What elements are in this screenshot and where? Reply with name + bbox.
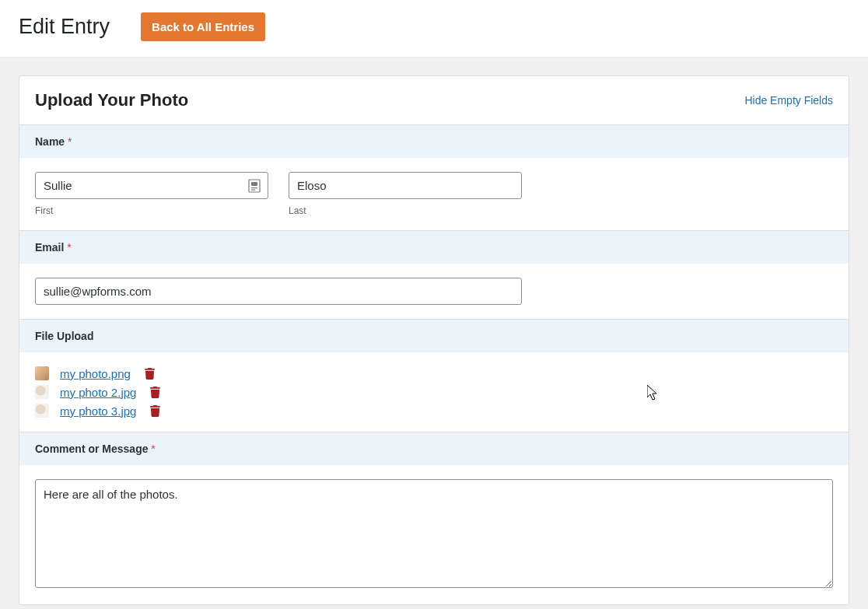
- name-label-text: Name: [35, 135, 65, 148]
- comment-textarea[interactable]: [35, 479, 833, 588]
- file-link[interactable]: my photo.png: [60, 367, 131, 380]
- file-row: my photo.png: [35, 366, 833, 380]
- required-asterisk: *: [65, 135, 72, 148]
- delete-file-button[interactable]: [150, 405, 160, 417]
- delete-file-button[interactable]: [150, 387, 160, 398]
- required-asterisk: *: [148, 443, 155, 455]
- file-thumbnail: [35, 404, 49, 418]
- first-name-input[interactable]: [35, 172, 268, 199]
- first-name-sublabel: First: [35, 205, 268, 216]
- hide-empty-fields-link[interactable]: Hide Empty Fields: [744, 94, 833, 107]
- file-thumbnail: [35, 385, 49, 399]
- last-name-sublabel: Last: [289, 205, 522, 216]
- delete-file-button[interactable]: [145, 368, 155, 380]
- trash-icon: [150, 387, 160, 398]
- email-label-text: Email: [35, 241, 64, 254]
- email-input[interactable]: [35, 278, 522, 305]
- file-link[interactable]: my photo 3.jpg: [60, 404, 136, 418]
- name-field-label: Name *: [19, 125, 849, 158]
- trash-icon: [145, 368, 155, 380]
- last-name-input[interactable]: [289, 172, 522, 199]
- file-thumbnail: [35, 366, 49, 380]
- file-row: my photo 2.jpg: [35, 385, 833, 399]
- panel-title: Upload Your Photo: [35, 90, 188, 110]
- trash-icon: [150, 405, 160, 417]
- comment-label-text: Comment or Message: [35, 443, 148, 455]
- file-row: my photo 3.jpg: [35, 404, 833, 418]
- page-title: Edit Entry: [19, 15, 110, 39]
- file-upload-field-label: File Upload: [19, 319, 849, 352]
- email-field-label: Email *: [19, 230, 849, 264]
- back-to-entries-button[interactable]: Back to All Entries: [141, 12, 265, 41]
- required-asterisk: *: [64, 241, 71, 254]
- comment-field-label: Comment or Message *: [19, 432, 849, 465]
- file-link[interactable]: my photo 2.jpg: [60, 386, 136, 399]
- entry-panel: Upload Your Photo Hide Empty Fields Name…: [19, 75, 849, 605]
